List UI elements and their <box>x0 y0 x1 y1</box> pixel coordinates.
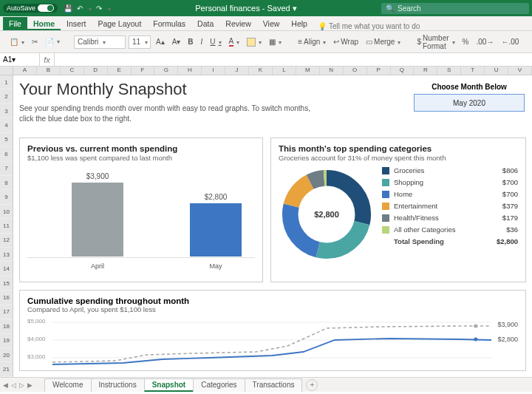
legend-swatch <box>382 214 389 222</box>
ribbon-tab-file[interactable]: File <box>3 17 27 30</box>
ribbon-tab-data[interactable]: Data <box>191 17 219 30</box>
legend-swatch <box>382 203 389 210</box>
page-subtitle: See your spending trends month over mont… <box>19 103 315 124</box>
sheet-nav-first-icon[interactable]: ◀ <box>3 381 8 389</box>
undo-dropdown[interactable] <box>87 4 92 13</box>
fx-icon[interactable]: fx <box>40 53 55 66</box>
cumulative-sub: Compared to April, you spent $1,100 less <box>27 305 518 313</box>
bar-chart: $3,900April$2,800May <box>27 166 255 270</box>
ribbon-tab-formulas[interactable]: Formulas <box>147 17 191 30</box>
month-picker-box[interactable]: May 2020 <box>414 94 525 112</box>
bar-value-label: $3,900 <box>72 172 123 180</box>
legend-amount: $700 <box>502 178 518 186</box>
cumulative-title: Cumulative spending throughout month <box>27 296 518 305</box>
ribbon-tab-insert[interactable]: Insert <box>61 17 92 30</box>
sheet-nav-prev-icon[interactable]: ◁ <box>11 381 16 389</box>
redo-icon[interactable]: ↷ <box>96 4 102 13</box>
merge-button[interactable]: ▭ Merge <box>364 36 403 47</box>
svg-point-9 <box>474 325 477 328</box>
add-sheet-button[interactable]: + <box>306 379 318 391</box>
sheet-nav-next-icon[interactable]: ▷ <box>19 381 24 389</box>
y-axis-label: $5,000 <box>27 318 45 325</box>
sheet-tab-welcome[interactable]: Welcome <box>44 378 92 392</box>
donut-center-value: $2,800 <box>314 210 339 219</box>
copy-button[interactable]: 📄 <box>43 36 62 47</box>
month-picker-label: Choose Month Below <box>414 83 525 91</box>
borders-button[interactable]: ▦ <box>267 36 284 47</box>
formula-bar: A1 ▾ fx <box>0 53 532 67</box>
legend-swatch <box>382 167 389 174</box>
month-picker: Choose Month Below May 2020 <box>414 83 525 112</box>
bar-may: $2,800 <box>190 193 242 257</box>
formula-input[interactable] <box>55 53 532 66</box>
decrease-font-icon[interactable]: A▾ <box>170 36 183 47</box>
qat-customize[interactable] <box>106 4 111 13</box>
font-name-combo[interactable]: Calibri <box>74 35 126 49</box>
legend-name: Home <box>394 190 502 198</box>
legend-name: Shopping <box>394 178 502 186</box>
wrap-button[interactable]: ↩ Wrap <box>331 36 361 47</box>
bar-card-sub: $1,100 less was spent compared to last m… <box>27 154 255 162</box>
legend-item: Health/Fitness$179 <box>382 214 518 222</box>
paste-button[interactable]: 📋 <box>7 36 27 47</box>
legend-amount: $806 <box>502 166 518 174</box>
sheet-tab-categories[interactable]: Categories <box>193 378 245 392</box>
donut-card-title: This month's top spending categories <box>279 144 518 153</box>
fill-color-button[interactable] <box>245 36 264 48</box>
ribbon-tab-help[interactable]: Help <box>285 17 313 30</box>
search-box[interactable]: 🔍 Search <box>381 3 529 14</box>
legend-name: Groceries <box>394 166 502 174</box>
legend-name: Entertainment <box>394 202 502 210</box>
tell-me[interactable]: 💡 Tell me what you want to do <box>318 22 420 30</box>
align-button[interactable]: ≡ Align <box>296 36 328 47</box>
donut-card-sub: Groceries account for 31% of money spent… <box>279 154 518 162</box>
save-icon[interactable]: 💾 <box>64 4 72 13</box>
legend-swatch <box>382 191 389 198</box>
donut-chart: $2,800 <box>279 166 375 262</box>
sheet-canvas[interactable]: Your Monthly Snapshot See your spending … <box>13 75 532 377</box>
percent-icon[interactable]: % <box>460 36 471 47</box>
document-title: Personal finances - Saved ▾ <box>111 4 381 13</box>
line-chart: $5,000$4,000$3,000$3,900$2,800 <box>27 316 518 367</box>
increase-font-icon[interactable]: A▴ <box>154 36 167 47</box>
ribbon-tab-review[interactable]: Review <box>219 17 256 30</box>
font-size-combo[interactable]: 11 <box>129 35 151 49</box>
line-end-label-prev: $3,900 <box>497 321 518 328</box>
sheet-tab-snapshot[interactable]: Snapshot <box>144 378 194 392</box>
legend-amount: $179 <box>502 214 518 222</box>
italic-button[interactable]: I <box>199 36 205 47</box>
number-format-button[interactable]: $ Number Format <box>415 33 457 52</box>
sheet-tab-transactions[interactable]: Transactions <box>245 378 303 392</box>
ribbon-tab-page-layout[interactable]: Page Layout <box>92 17 147 30</box>
ribbon-tab-home[interactable]: Home <box>27 17 61 30</box>
legend-name: Health/Fitness <box>394 214 502 222</box>
increase-decimal-icon[interactable]: .00→ <box>474 36 496 47</box>
font-color-button[interactable]: A <box>227 35 242 48</box>
legend-amount: $700 <box>502 190 518 198</box>
underline-button[interactable]: U <box>208 36 223 47</box>
column-headers[interactable]: ABCDEFGHIJKLMNOPQRSTUV <box>13 67 532 75</box>
sheet-tabs: ◀ ◁ ▷ ▶ WelcomeInstructionsSnapshotCateg… <box>0 377 532 392</box>
undo-icon[interactable]: ↶ <box>77 4 83 13</box>
cut-button[interactable]: ✂ <box>30 36 40 47</box>
select-all-corner[interactable] <box>0 67 13 75</box>
donut-legend: Groceries$806Shopping$700Home$700Enterta… <box>382 166 518 262</box>
sheet-tab-instructions[interactable]: Instructions <box>91 378 145 392</box>
sheet-nav-last-icon[interactable]: ▶ <box>27 381 33 389</box>
legend-swatch <box>382 179 389 186</box>
autosave-toggle[interactable]: AutoSave <box>3 4 58 13</box>
decrease-decimal-icon[interactable]: ←.00 <box>499 36 521 47</box>
search-icon: 🔍 <box>386 4 395 13</box>
bold-button[interactable]: B <box>185 36 195 47</box>
y-axis-label: $3,000 <box>27 353 45 360</box>
bar-chart-card: Previous vs. current month spending $1,1… <box>19 137 263 282</box>
row-headers[interactable]: 123456789101112131415161718192021 <box>0 75 13 377</box>
ribbon-tab-view[interactable]: View <box>257 17 286 30</box>
bar-card-title: Previous vs. current month spending <box>27 144 255 153</box>
legend-swatch <box>382 226 389 234</box>
toggle-switch-icon <box>38 4 54 12</box>
name-box[interactable]: A1 ▾ <box>0 53 40 66</box>
legend-item: All other Categories$36 <box>382 225 518 234</box>
lightbulb-icon: 💡 <box>318 22 327 30</box>
legend-name: All other Categories <box>394 225 506 234</box>
